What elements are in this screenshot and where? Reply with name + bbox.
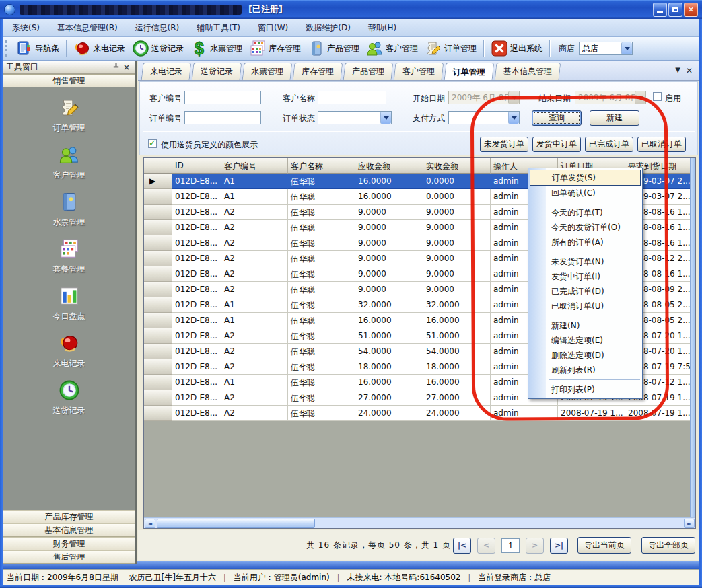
sidebar-section-1[interactable]: 基本信息管理 [3,523,135,537]
enable-checkbox[interactable] [653,92,662,101]
tab-库存管理[interactable]: 库存管理 [293,63,343,80]
grid-cell: A2 [221,220,288,235]
close-button[interactable]: ✕ [684,3,698,17]
next-page-button[interactable]: > [526,538,544,554]
tab-label: 来电记录 [150,66,182,77]
tab-订单管理[interactable]: 订单管理 [444,63,495,80]
first-page-button[interactable]: |< [453,538,471,554]
toolbar-button-delivery-clock[interactable]: 送货记录 [129,38,187,59]
tab-基本信息管理[interactable]: 基本信息管理 [495,63,561,80]
minimize-button[interactable] [653,3,667,17]
tab-close-icon[interactable]: ✕ [686,67,693,75]
toolbar-button-exit-cross[interactable]: 退出系统 [487,38,546,59]
grid-column-header-0[interactable]: ID [172,158,221,174]
export-current-page-button[interactable]: 导出当前页 [577,537,631,554]
last-page-button[interactable]: >| [550,538,568,554]
row-selector-cell[interactable] [144,359,172,375]
row-selector-cell[interactable] [144,189,172,205]
maximize-button[interactable] [668,3,682,17]
sidebar-item-customers[interactable]: 客户管理 [29,144,110,181]
close-icon: ✕ [688,5,694,14]
row-selector-cell[interactable] [144,297,172,313]
prev-page-button[interactable]: < [477,538,495,554]
scroll-left-icon[interactable]: ◄ [145,519,155,528]
row-selector-cell[interactable] [144,282,172,297]
scrollbar-thumb[interactable] [157,519,315,528]
record-summary: 共 16 条记录，每页 50 条，共 1 页 [306,540,451,551]
sidebar-close-icon[interactable]: × [121,63,132,72]
chevron-down-icon[interactable] [621,42,632,54]
toolbar-button-inventory-calendar[interactable]: 库存管理 [246,38,304,59]
grid-cell: 9.0000 [355,251,423,266]
sidebar-item-bar-chart[interactable]: 今日盘点 [29,285,110,322]
toolbar-button-order-pen[interactable]: 订单管理 [421,38,480,59]
pin-icon[interactable] [110,63,121,72]
vertical-scrollbar[interactable] [690,158,695,517]
order-status-label: 订单状态 [283,113,315,124]
tab-来电记录[interactable]: 来电记录 [141,63,192,80]
customer-name-input[interactable] [318,91,386,104]
scroll-right-icon[interactable]: ► [684,519,695,528]
grid-cell: 012D-E8... [172,344,221,359]
tab-产品管理[interactable]: 产品管理 [343,63,394,80]
grid-cell: 伍华聪 [288,390,355,406]
menubar-item-0[interactable]: 系统(S) [12,22,40,34]
row-selector-cell[interactable] [144,344,172,359]
toolbar-grip[interactable] [5,40,8,57]
sidebar-section-2[interactable]: 财务管理 [3,537,135,550]
tab-客户管理[interactable]: 客户管理 [394,63,444,80]
row-selector-cell[interactable] [144,251,172,266]
sidebar-item-package-calendar[interactable]: 套餐管理 [29,238,110,275]
order-no-input[interactable] [184,111,261,124]
toolbar-button-navigator-book[interactable]: 导航条 [12,38,63,59]
tab-送货记录[interactable]: 送货记录 [192,63,242,80]
chevron-down-icon[interactable] [380,112,391,124]
sidebar-item-call-bell[interactable]: 来电记录 [29,332,110,369]
row-selector-cell[interactable] [144,390,172,406]
tab-水票管理[interactable]: 水票管理 [242,63,293,80]
delivery-color-checkbox[interactable] [148,139,157,148]
menubar-item-5[interactable]: 数据维护(D) [306,22,351,34]
window-border-bottom [0,585,702,588]
grid-cell: 51.0000 [355,328,423,344]
sidebar-item-delivery-clock[interactable]: 送货记录 [29,379,110,416]
row-selector-cell[interactable] [144,328,172,344]
toolbar-button-product-book[interactable]: 产品管理 [304,38,363,59]
tab-list-dropdown-icon[interactable]: ▼ [675,67,680,73]
grid-cell: 18.0000 [355,359,423,375]
toolbar-button-dollar[interactable]: $水票管理 [187,38,246,59]
order-status-combobox[interactable] [318,111,392,124]
sidebar-item-ticket-book[interactable]: 水票管理 [29,191,110,228]
horizontal-scrollbar[interactable]: ◄ ► [144,517,695,528]
export-all-pages-button[interactable]: 导出全部页 [641,537,695,554]
row-selector-cell[interactable] [144,235,172,251]
row-selector-cell[interactable] [144,205,172,220]
row-selector-cell[interactable]: ▶ [144,174,172,189]
grid-cell: 9.0000 [355,266,423,282]
row-selector-cell[interactable] [144,406,172,421]
toolbar-button-call-bell[interactable]: 来电记录 [70,38,129,59]
sidebar-section-3[interactable]: 售后管理 [3,550,135,564]
menubar-item-1[interactable]: 基本信息管理(B) [57,22,118,34]
grid-column-header-3[interactable]: 应收金额 [355,158,423,174]
customer-no-input[interactable] [184,91,261,104]
menubar-item-4[interactable]: 窗口(W) [258,22,288,34]
sidebar-item-order-pen[interactable]: 订单管理 [29,97,110,134]
store-combobox[interactable]: 总店 [579,42,633,55]
menubar-item-3[interactable]: 辅助工具(T) [197,22,240,34]
grid-cell: 012D-E8... [172,390,221,406]
sidebar-section-sales[interactable]: 销售管理 [3,74,135,87]
grid-column-header-1[interactable]: 客户编号 [221,158,288,174]
row-selector-cell[interactable] [144,220,172,235]
toolbar-button-customers[interactable]: 客户管理 [363,38,421,59]
sidebar-title: 工具窗口 [6,61,110,73]
row-selector-cell[interactable] [144,266,172,282]
tool-window-sidebar: 工具窗口 × 销售管理 订单管理客户管理水票管理套餐管理今日盘点来电记录送货记录… [3,61,137,564]
row-selector-cell[interactable] [144,313,172,328]
page-number-input[interactable] [501,538,520,553]
row-selector-cell[interactable] [144,375,172,390]
menubar-item-2[interactable]: 运行信息(R) [135,22,180,34]
sidebar-section-0[interactable]: 产品库存管理 [3,510,135,523]
grid-column-header-2[interactable]: 客户名称 [288,158,355,174]
menubar-item-6[interactable]: 帮助(H) [368,22,396,34]
